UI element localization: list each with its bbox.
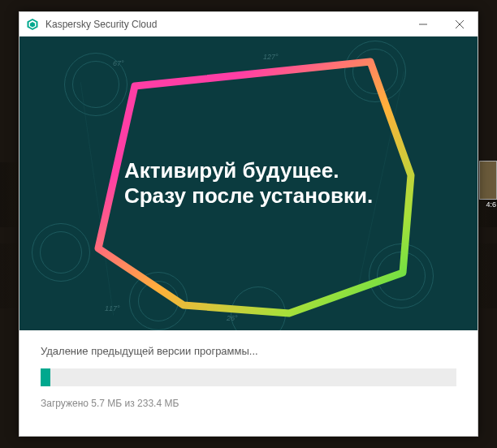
minimize-button[interactable]: [404, 12, 441, 36]
installer-window: Kaspersky Security Cloud: [19, 11, 478, 437]
progress-fill: [41, 368, 50, 386]
progress-bar: [41, 368, 456, 386]
progress-section: Удаление предыдущей версии программы... …: [19, 330, 478, 409]
thumbnail-label: 4:6: [486, 200, 496, 209]
window-title: Kaspersky Security Cloud: [45, 19, 404, 30]
status-text: Удаление предыдущей версии программы...: [41, 345, 456, 357]
desktop-thumbnail: 4:6: [479, 161, 497, 200]
download-text: Загружено 5.7 МБ из 233.4 МБ: [41, 398, 456, 409]
titlebar[interactable]: Kaspersky Security Cloud: [19, 12, 478, 37]
headline-line2: Сразу после установки.: [124, 183, 373, 209]
hero-banner: 67° 127° 117° 26° Активируй будущее. Сра…: [19, 37, 478, 330]
headline-line1: Активируй будущее.: [124, 158, 373, 183]
kaspersky-logo-icon: [26, 18, 39, 31]
hero-headline: Активируй будущее. Сразу после установки…: [124, 158, 373, 209]
close-button[interactable]: [441, 12, 478, 36]
total-amount: 233.4 МБ: [137, 398, 179, 409]
downloaded-amount: 5.7 МБ: [91, 398, 122, 409]
